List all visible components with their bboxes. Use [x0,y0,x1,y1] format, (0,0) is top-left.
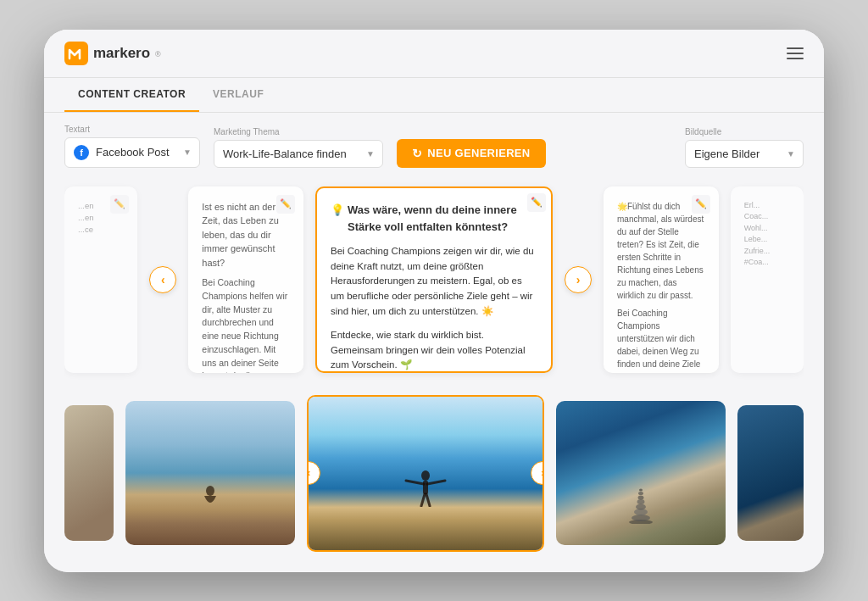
textart-chevron-icon: ▼ [183,147,192,157]
svg-rect-3 [423,481,428,494]
marketing-select[interactable]: Work-Life-Balance finden ▼ [214,140,383,168]
bildquelle-field-group: Bildquelle Eigene Bilder ▼ [685,127,804,168]
bildquelle-select-wrapper: Eigene Bilder ▼ [685,140,804,168]
generate-label: NEU GENERIEREN [427,147,530,159]
svg-point-11 [636,504,646,509]
image-far-left [64,405,114,541]
svg-point-15 [639,488,643,491]
tab-verlauf[interactable]: VERLAUF [199,78,277,112]
logo-text: markero [93,45,150,62]
svg-point-9 [632,515,650,521]
hamburger-menu-button[interactable] [787,47,804,59]
far-left-text: ...en ...en ...ce [78,200,124,237]
marketing-label: Marketing Thema [214,127,383,136]
markero-logo-icon [64,42,88,65]
toolbar: Textart f Facebook Post ▼ Marketing Them… [44,113,824,180]
facebook-icon: f [74,145,89,160]
card-right: ✏️ 🌟Fühlst du dich manchmal, als würdest… [604,186,719,373]
nav-tabs: CONTENT CREATOR VERLAUF [44,78,824,113]
left-card-text: Ist es nicht an der Zeit, das Leben zu l… [202,200,290,373]
image-featured: ‹ › [307,395,544,552]
featured-card-title: 💡 Was wäre, wenn du deine innere Stärke … [331,202,537,236]
svg-line-4 [406,481,424,484]
featured-card: ✏️ 💡 Was wäre, wenn du deine innere Stär… [315,186,553,373]
card-nav-right-arrow[interactable]: › [565,266,592,293]
bildquelle-value: Eigene Bilder [694,147,760,160]
textart-select[interactable]: f Facebook Post ▼ [64,137,200,168]
far-right-text: Erl... Coac... Wohl... Lebe... Zufrie...… [744,200,790,269]
image-far-right [737,405,804,541]
person-spread-arms [404,469,447,507]
tab-content-creator[interactable]: CONTENT CREATOR [64,78,199,112]
featured-card-body: Bei Coaching Champions zeigen wir dir, w… [331,244,537,373]
card-far-right: Erl... Coac... Wohl... Lebe... Zufrie...… [731,186,804,373]
bildquelle-label: Bildquelle [685,127,804,136]
svg-line-7 [426,494,430,506]
marketing-field-group: Marketing Thema Work-Life-Balance finden… [214,127,383,168]
svg-line-5 [427,481,445,484]
content-area: ✏️ ...en ...en ...ce ‹ ✏️ Ist es nicht a… [44,180,824,572]
textart-field-group: Textart f Facebook Post ▼ [64,125,200,168]
card-far-left: ✏️ ...en ...en ...ce [64,186,137,373]
generate-button[interactable]: ↻ NEU GENERIEREN [397,139,546,168]
svg-point-2 [421,470,430,481]
image-right [556,401,726,545]
marketing-select-wrapper: Work-Life-Balance finden ▼ [214,140,383,168]
top-bar: markero ® [44,30,824,78]
marketing-value: Work-Life-Balance finden [223,147,347,160]
edit-icon-featured[interactable]: ✏️ [527,193,546,212]
device-frame: markero ® CONTENT CREATOR VERLAUF Textar… [44,30,824,572]
image-left [125,401,295,545]
textart-label: Textart [64,125,200,134]
textart-select-wrapper: f Facebook Post ▼ [64,137,200,168]
svg-point-1 [206,486,214,496]
card-nav-left-arrow[interactable]: ‹ [149,266,176,293]
logo-area: markero ® [64,42,161,65]
bildquelle-select[interactable]: Eigene Bilder ▼ [685,140,804,168]
cards-row: ✏️ ...en ...en ...ce ‹ ✏️ Ist es nicht a… [64,180,804,380]
refresh-icon: ↻ [412,147,422,160]
textart-value: Facebook Post [96,146,170,159]
svg-line-6 [421,494,425,506]
person-silhouette-left [198,484,223,514]
marketing-chevron-icon: ▼ [366,149,375,159]
svg-point-12 [637,499,645,504]
card-left: ✏️ Ist es nicht an der Zeit, das Leben z… [188,186,303,373]
right-card-text: 🌟Fühlst du dich manchmal, als würdest du… [617,200,705,373]
featured-card-wrapper: ✏️ 💡 Was wäre, wenn du deine innere Stär… [315,186,553,373]
svg-point-13 [638,495,644,499]
stones-silhouette [624,481,658,524]
svg-point-14 [638,492,643,495]
bildquelle-chevron-icon: ▼ [787,149,795,159]
edit-icon-right[interactable]: ✏️ [692,195,710,214]
logo-sup: ® [155,50,161,58]
images-row: ‹ › [64,392,804,555]
edit-icon-left[interactable]: ✏️ [276,195,295,214]
